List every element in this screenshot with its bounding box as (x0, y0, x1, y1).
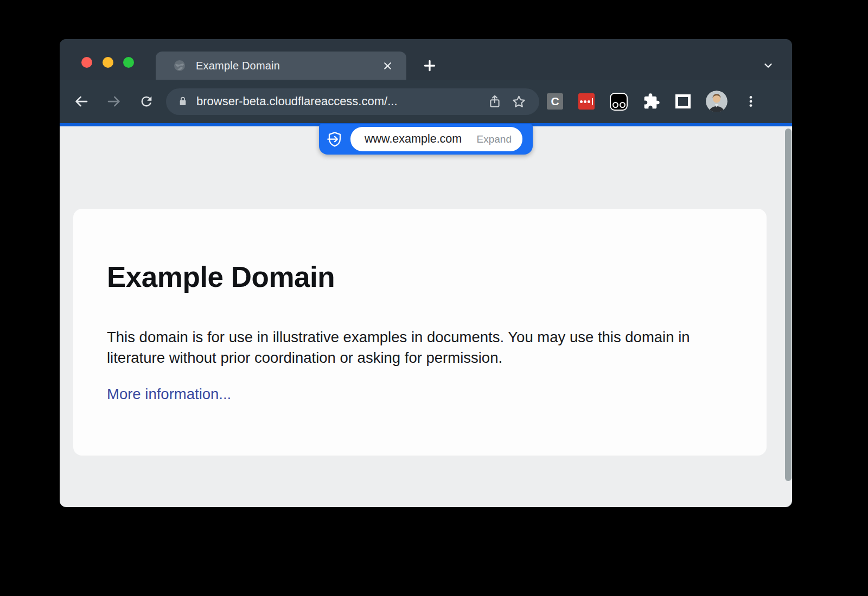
more-information-link[interactable]: More information... (107, 386, 231, 403)
page-title: Example Domain (107, 260, 335, 293)
page-viewport: www.example.com Expand Example Domain Th… (60, 126, 792, 507)
goggles-extension-icon[interactable] (610, 93, 628, 111)
content-card: Example Domain This domain is for use in… (73, 209, 767, 456)
profile-avatar[interactable] (706, 91, 727, 112)
tab-example-domain[interactable]: Example Domain (156, 52, 406, 80)
forward-button[interactable] (102, 89, 126, 113)
new-tab-button[interactable] (420, 56, 439, 75)
side-panel-icon[interactable] (675, 94, 691, 108)
back-button[interactable] (69, 89, 93, 113)
page-paragraph: This domain is for use in illustrative e… (107, 327, 731, 368)
tab-title: Example Domain (196, 60, 378, 72)
tab-close-icon[interactable] (378, 56, 397, 75)
lock-icon[interactable] (177, 95, 189, 107)
vertical-scrollbar[interactable] (785, 129, 792, 481)
window-close-button[interactable] (81, 57, 92, 68)
reload-button[interactable] (135, 89, 158, 113)
tab-search-chevron-icon[interactable] (760, 57, 777, 74)
window-zoom-button[interactable] (123, 57, 134, 68)
shield-arrow-icon (326, 131, 343, 148)
globe-favicon-icon (173, 59, 186, 72)
extension-c-icon[interactable]: C (547, 93, 563, 110)
url-bar[interactable]: browser-beta.cloudflareaccess.com/... (166, 88, 539, 115)
isolation-banner[interactable]: www.example.com Expand (319, 124, 533, 155)
toolbar: browser-beta.cloudflareaccess.com/... C (60, 80, 792, 123)
isolation-host-pill[interactable]: www.example.com Expand (350, 127, 522, 151)
url-text[interactable]: browser-beta.cloudflareaccess.com/... (196, 94, 483, 108)
browser-menu-kebab-icon[interactable] (744, 94, 758, 108)
isolated-hostname: www.example.com (365, 132, 477, 146)
share-icon[interactable] (483, 89, 507, 113)
password-manager-extension-icon[interactable] (578, 93, 595, 110)
expand-button[interactable]: Expand (477, 133, 512, 145)
tab-strip: Example Domain (60, 39, 792, 80)
window-minimize-button[interactable] (103, 57, 113, 68)
bookmark-star-icon[interactable] (507, 89, 531, 113)
desktop-background: Example Domain (0, 0, 868, 596)
extensions-puzzle-icon[interactable] (643, 93, 660, 110)
browser-window: Example Domain (60, 39, 792, 507)
extension-row: C (547, 91, 758, 112)
